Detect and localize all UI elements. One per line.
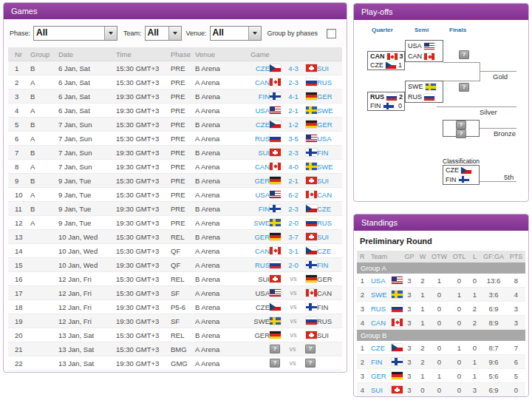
away-team-link[interactable]: FIN: [317, 149, 336, 157]
game-score-link[interactable]: 6-2: [283, 191, 304, 199]
away-team-link[interactable]: CZE: [317, 205, 336, 213]
game-nr: 20: [8, 328, 27, 342]
semifinal-1-top-team: USA: [408, 42, 422, 50]
game-score-link[interactable]: 3-7: [283, 233, 304, 241]
game-time: 19:30 GMT+3: [113, 314, 168, 328]
game-score-link[interactable]: 2-3: [283, 149, 304, 157]
game-score-link[interactable]: 4-1: [283, 92, 304, 101]
game-group: [27, 244, 55, 258]
away-team-link[interactable]: USA: [317, 135, 336, 143]
game-score-link[interactable]: 2-0: [283, 219, 304, 227]
away-team-link[interactable]: FIN: [317, 303, 336, 311]
home-team-link[interactable]: RUS: [250, 135, 270, 143]
home-team-link[interactable]: CZE: [250, 303, 270, 311]
away-team-link[interactable]: SUI: [317, 233, 336, 241]
away-team-link[interactable]: SWE: [317, 163, 336, 171]
game-venue: A Arena: [192, 160, 248, 174]
game-score-link[interactable]: 4-3: [283, 64, 304, 72]
home-team-link[interactable]: RUS: [250, 261, 270, 269]
game-score-link[interactable]: 2-1: [283, 106, 304, 115]
home-team-link[interactable]: GER: [250, 331, 270, 339]
team-link[interactable]: USA: [371, 277, 389, 285]
away-team-link[interactable]: CAN: [317, 289, 336, 297]
game-group: B: [27, 202, 55, 216]
game-score-link[interactable]: 2-3: [283, 78, 304, 87]
game-row: 12A9 Jan, Tue19:30 GMT+3PREA ArenaSWE2-0…: [8, 216, 342, 230]
away-team-link[interactable]: GER: [317, 275, 336, 283]
home-team-link[interactable]: FIN: [250, 205, 270, 213]
team-link[interactable]: FIN: [371, 358, 389, 366]
team-link[interactable]: SUI: [371, 386, 389, 394]
game-time: 15:30 GMT+3: [113, 328, 168, 342]
games-panel-title: Games: [11, 7, 37, 16]
away-team-link[interactable]: SWE: [317, 106, 336, 115]
phase-select[interactable]: All: [33, 26, 117, 41]
away-team-link[interactable]: FIN: [317, 261, 336, 269]
home-team-link[interactable]: GER: [250, 233, 270, 241]
away-team-link[interactable]: RUS: [317, 78, 336, 87]
home-team-link[interactable]: SWE: [250, 317, 270, 325]
home-team-link[interactable]: CZE: [250, 64, 270, 72]
away-team-link[interactable]: SUI: [317, 177, 336, 185]
team-select[interactable]: All: [145, 26, 182, 41]
game-score-link[interactable]: 3-5: [283, 135, 304, 143]
bracket-line: [480, 128, 516, 129]
team-link[interactable]: RUS: [371, 305, 389, 313]
home-team-link[interactable]: SWE: [250, 219, 270, 227]
venue-select[interactable]: All: [210, 26, 262, 41]
game-score-link[interactable]: 2-1: [283, 177, 304, 185]
standings-cell-otl: 1: [449, 341, 469, 355]
away-team-link[interactable]: GER: [317, 121, 336, 129]
game-score-link[interactable]: 2-3: [283, 205, 304, 213]
semifinal-2-bottom-team: RUS: [408, 93, 422, 101]
game-score-link[interactable]: 1-2: [283, 121, 304, 129]
classification-bottom-team: FIN: [446, 176, 457, 183]
team-link[interactable]: GER: [371, 372, 389, 380]
home-team-link[interactable]: SUI: [250, 275, 270, 283]
team-link[interactable]: SWE: [371, 291, 389, 299]
standings-cell-otw: 1: [429, 274, 449, 288]
flag-fin-icon: [306, 261, 317, 268]
game-score-link[interactable]: 3-1: [283, 247, 304, 255]
standings-cell-w: 2: [416, 341, 429, 355]
game-score-link[interactable]: 4-0: [283, 163, 304, 171]
home-team-link[interactable]: USA: [250, 289, 270, 297]
home-team-link[interactable]: CAN: [250, 163, 270, 171]
game-phase: PRE: [168, 202, 192, 216]
game-row: 8A7 Jan, Sun19:30 GMT+3PREA ArenaCAN4-0S…: [8, 160, 342, 174]
group-by-phases-checkbox[interactable]: [327, 29, 336, 38]
home-team-link[interactable]: FIN: [250, 92, 270, 101]
col-w: W: [416, 251, 429, 263]
games-panel: Games Phase: All Team: All Venue: All Gr…: [3, 2, 347, 373]
standings-cell-l: 1: [469, 288, 480, 302]
bracket-line: [480, 71, 516, 72]
away-team-link[interactable]: RUS: [317, 219, 336, 227]
game-date: 7 Jan, Sun: [55, 160, 113, 174]
standings-cell-pts: 8: [507, 274, 525, 288]
standings-cell-otw: 0: [429, 383, 449, 397]
away-team-link[interactable]: CZE: [317, 247, 336, 255]
away-team-link[interactable]: SUI: [317, 331, 336, 339]
home-team-link[interactable]: SUI: [250, 149, 270, 157]
home-team-link[interactable]: CZE: [250, 121, 270, 129]
team-link[interactable]: CZE: [371, 344, 389, 352]
chevron-down-icon[interactable]: [104, 27, 117, 40]
home-team-link[interactable]: CAN: [250, 78, 270, 87]
away-team-link[interactable]: CAN: [317, 191, 336, 199]
home-team-link[interactable]: GER: [250, 177, 270, 185]
game-matchup: CZE1-2GER: [248, 118, 342, 132]
home-team-link[interactable]: CAN: [250, 247, 270, 255]
classification-bottom: FIN: [443, 175, 479, 185]
chevron-down-icon[interactable]: [248, 27, 261, 40]
home-team-link[interactable]: USA: [250, 106, 270, 115]
game-row: 1B6 Jan, Sat15:30 GMT+3PREB ArenaCZE4-3S…: [8, 61, 342, 75]
team-link[interactable]: CAN: [371, 319, 389, 327]
quarterfinal-1-top-score: 3: [400, 53, 403, 60]
chevron-down-icon[interactable]: [168, 27, 181, 40]
away-team-link[interactable]: SUI: [317, 64, 336, 72]
away-team-link[interactable]: GER: [317, 92, 336, 101]
games-table-header-row: Nr Group Date Time Phase Venue Game: [8, 47, 342, 61]
home-team-link[interactable]: USA: [250, 191, 270, 199]
away-team-link[interactable]: RUS: [317, 317, 336, 325]
game-score-link[interactable]: 2-0: [283, 261, 304, 269]
